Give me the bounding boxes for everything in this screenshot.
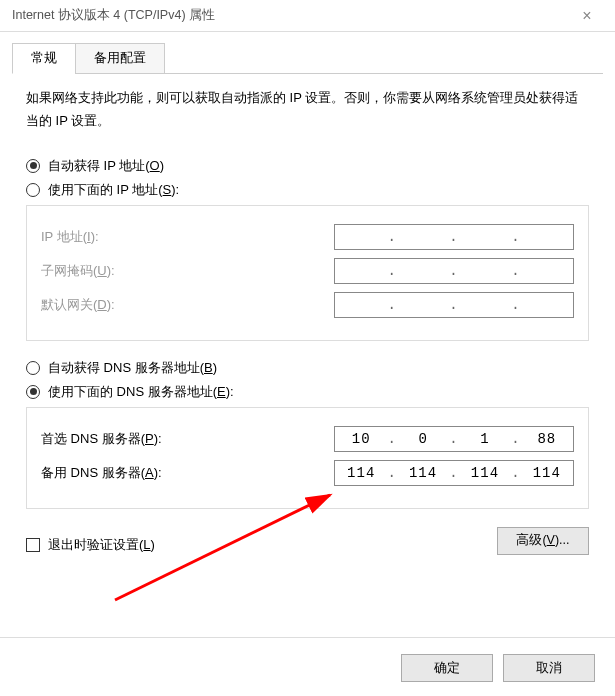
tab-general[interactable]: 常规	[12, 43, 76, 74]
dns-group: 首选 DNS 服务器(P): 10. 0. 1. 88 备用 DNS 服务器(A…	[26, 407, 589, 509]
validate-checkbox[interactable]: 退出时验证设置(L)	[26, 535, 155, 555]
radio-icon	[26, 159, 40, 173]
close-icon[interactable]: ×	[567, 7, 607, 25]
ip-address-input: ...	[334, 224, 574, 250]
field-alt-dns: 备用 DNS 服务器(A): 114. 114. 114. 114	[41, 460, 574, 486]
alt-dns-input[interactable]: 114. 114. 114. 114	[334, 460, 574, 486]
radio-manual-dns[interactable]: 使用下面的 DNS 服务器地址(E):	[26, 383, 589, 401]
tab-alternate[interactable]: 备用配置	[75, 43, 165, 74]
radio-icon	[26, 183, 40, 197]
validate-advanced-row: 退出时验证设置(L) 高级(V)...	[26, 527, 589, 555]
tab-strip: 常规 备用配置	[12, 42, 603, 74]
subnet-mask-input: ...	[334, 258, 574, 284]
primary-dns-label: 首选 DNS 服务器(P):	[41, 430, 334, 448]
default-gateway-label: 默认网关(D):	[41, 296, 334, 314]
default-gateway-input: ...	[334, 292, 574, 318]
ok-button[interactable]: 确定	[401, 654, 493, 682]
field-ip-address: IP 地址(I): ...	[41, 224, 574, 250]
radio-auto-ip[interactable]: 自动获得 IP 地址(O)	[26, 157, 589, 175]
dialog-body: 如果网络支持此功能，则可以获取自动指派的 IP 设置。否则，你需要从网络系统管理…	[0, 74, 615, 555]
field-default-gateway: 默认网关(D): ...	[41, 292, 574, 318]
cancel-button[interactable]: 取消	[503, 654, 595, 682]
dialog-footer: 确定 取消	[391, 654, 595, 682]
radio-icon	[26, 385, 40, 399]
radio-icon	[26, 361, 40, 375]
field-subnet-mask: 子网掩码(U): ...	[41, 258, 574, 284]
alt-dns-label: 备用 DNS 服务器(A):	[41, 464, 334, 482]
checkbox-icon	[26, 538, 40, 552]
radio-auto-dns[interactable]: 自动获得 DNS 服务器地址(B)	[26, 359, 589, 377]
ip-group: IP 地址(I): ... 子网掩码(U): ... 默认网关(D): ...	[26, 205, 589, 341]
subnet-mask-label: 子网掩码(U):	[41, 262, 334, 280]
primary-dns-input[interactable]: 10. 0. 1. 88	[334, 426, 574, 452]
radio-manual-ip[interactable]: 使用下面的 IP 地址(S):	[26, 181, 589, 199]
ip-address-label: IP 地址(I):	[41, 228, 334, 246]
advanced-button[interactable]: 高级(V)...	[497, 527, 589, 555]
field-primary-dns: 首选 DNS 服务器(P): 10. 0. 1. 88	[41, 426, 574, 452]
window-title: Internet 协议版本 4 (TCP/IPv4) 属性	[12, 7, 567, 24]
titlebar: Internet 协议版本 4 (TCP/IPv4) 属性 ×	[0, 0, 615, 32]
footer-divider	[0, 637, 615, 638]
intro-text: 如果网络支持此功能，则可以获取自动指派的 IP 设置。否则，你需要从网络系统管理…	[26, 86, 589, 133]
